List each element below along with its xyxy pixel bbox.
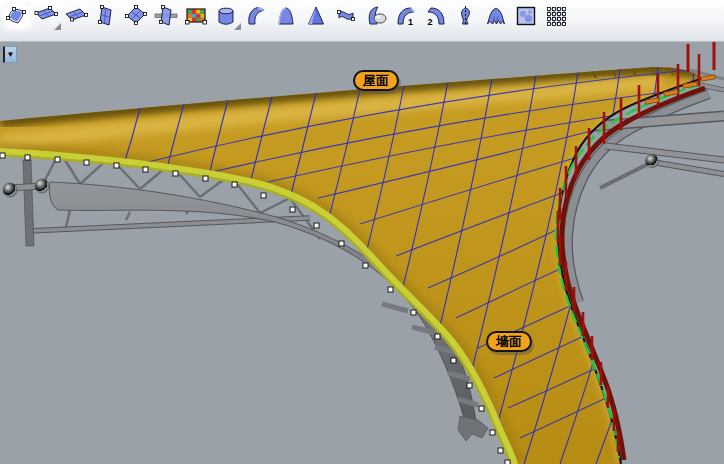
- ribbon-icon: [334, 4, 358, 28]
- svg-text:2: 2: [428, 17, 433, 27]
- dropdown-arrow-icon: [234, 23, 241, 30]
- rectangular-plane-button[interactable]: [63, 2, 91, 30]
- plane-through-points-button[interactable]: [123, 2, 151, 30]
- annotation-dot-wall[interactable]: 墙面: [486, 331, 532, 352]
- revolve-button[interactable]: [453, 2, 481, 30]
- drape-button[interactable]: [483, 2, 511, 30]
- extrude-to-point-button[interactable]: [303, 2, 331, 30]
- rail-revolve-icon: [364, 4, 388, 28]
- surface-from-point-grid-button[interactable]: [543, 2, 571, 30]
- surface-from-3-points-icon: [4, 4, 28, 28]
- sweep-1-rail-button[interactable]: 1: [393, 2, 421, 30]
- vertical-plane-icon: [94, 4, 118, 28]
- extrude-tapered-button[interactable]: [273, 2, 301, 30]
- cutting-plane-button[interactable]: [153, 2, 181, 30]
- surface-toolbar: 1 2: [0, 0, 724, 42]
- picture-frame-icon: [184, 4, 208, 28]
- extrude-to-point-icon: [304, 4, 328, 28]
- extrude-along-curve-button[interactable]: [243, 2, 271, 30]
- heightfield-from-image-icon: [514, 4, 538, 28]
- surface-from-3-points-button[interactable]: [3, 2, 31, 30]
- rectangular-plane-icon: [64, 4, 88, 28]
- truss-node-sphere: [3, 183, 17, 197]
- sweep-2-rails-button[interactable]: 2: [423, 2, 451, 30]
- rail-revolve-button[interactable]: [363, 2, 391, 30]
- vertical-plane-button[interactable]: [93, 2, 121, 30]
- surface-from-point-grid-icon: [544, 4, 568, 28]
- extrude-tapered-icon: [274, 4, 298, 28]
- extrude-along-curve-icon: [244, 4, 268, 28]
- truss-node-sphere: [35, 179, 49, 193]
- sweep-1-rail-icon: 1: [394, 4, 418, 28]
- dropdown-arrow-icon: [54, 23, 61, 30]
- 3d-scene[interactable]: [0, 42, 724, 464]
- plane-through-points-icon: [124, 4, 148, 28]
- extrude-straight-button[interactable]: [213, 2, 241, 30]
- cutting-plane-icon: [154, 4, 178, 28]
- space-frame-node-sphere: [646, 155, 659, 168]
- annotation-dot-roof[interactable]: 屋面: [353, 70, 399, 91]
- ribbon-button[interactable]: [333, 2, 361, 30]
- revolve-icon: [454, 4, 478, 28]
- surface-from-corner-points-button[interactable]: [33, 2, 61, 30]
- sweep-2-rails-icon: 2: [424, 4, 448, 28]
- svg-text:1: 1: [408, 17, 413, 27]
- picture-frame-button[interactable]: [183, 2, 211, 30]
- 3d-viewport[interactable]: ▼ 屋面 墙面: [0, 42, 724, 464]
- cad-application-window: 1 2: [0, 0, 724, 464]
- drape-icon: [484, 4, 508, 28]
- viewport-menu-dropdown[interactable]: ▼: [3, 46, 17, 63]
- heightfield-from-image-button[interactable]: [513, 2, 541, 30]
